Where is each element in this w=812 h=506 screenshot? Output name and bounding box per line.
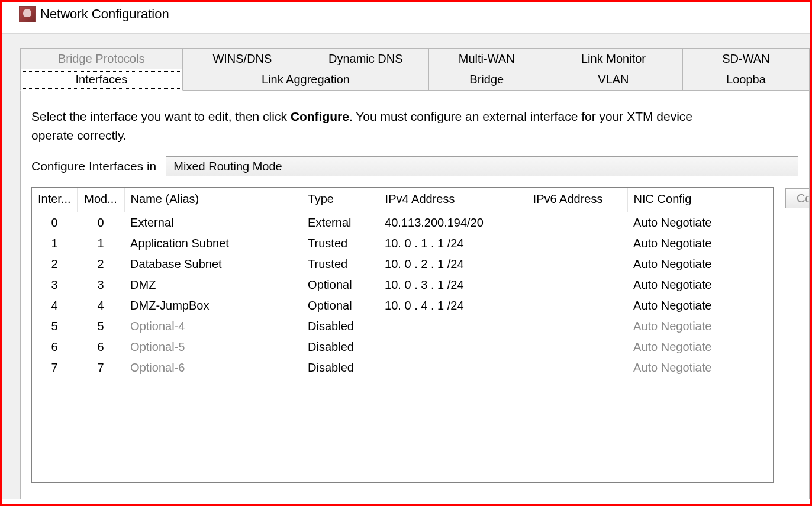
cell-text: 10. 0 . 1 . 1 /24 <box>385 237 463 250</box>
tab-multi-wan[interactable]: Multi-WAN <box>429 48 544 69</box>
window-frame: Network Configuration Bridge ProtocolsWI… <box>0 0 812 506</box>
table-row[interactable]: 33DMZOptional10. 0 . 3 . 1 /24Auto Negot… <box>32 275 773 295</box>
tab-label: WINS/DNS <box>212 52 272 65</box>
tab-bridge-protocols[interactable]: Bridge Protocols <box>20 48 183 69</box>
table-row[interactable]: 66Optional-5DisabledAuto Negotiate <box>32 337 773 357</box>
cell-ipv6 <box>527 337 627 357</box>
cell-inter: 7 <box>32 357 77 378</box>
tab-label: Bridge Protocols <box>58 52 145 65</box>
cell-text: 0 <box>98 216 104 229</box>
cell-ipv4 <box>379 337 527 357</box>
cell-text: Optional <box>308 299 352 312</box>
col-header-interface[interactable]: Inter... <box>32 188 77 212</box>
cell-nic: Auto Negotiate <box>627 357 773 378</box>
tab-link-aggregation[interactable]: Link Aggregation <box>183 69 430 91</box>
tab-label: Multi-WAN <box>459 52 515 65</box>
instruction-part3: operate correctly. <box>31 128 127 142</box>
table-row[interactable]: 55Optional-4DisabledAuto Negotiate <box>32 316 773 337</box>
cell-text: 40.113.200.194/20 <box>385 216 484 229</box>
cell-type: Trusted <box>302 233 379 254</box>
table-row[interactable]: 22Database SubnetTrusted10. 0 . 2 . 1 /2… <box>32 254 773 275</box>
cell-text: Auto Negotiate <box>633 320 711 333</box>
cell-nic: Auto Negotiate <box>627 337 773 357</box>
cell-text: 6 <box>98 340 104 353</box>
cell-ipv6 <box>527 316 627 337</box>
interfaces-table: Inter... Mod... Name (Alias) Type IPv4 A… <box>32 188 773 378</box>
instruction-bold: Configure <box>291 109 349 123</box>
cell-name: DMZ <box>124 275 302 295</box>
cell-mod: 3 <box>77 275 124 295</box>
cell-text: 0 <box>51 216 57 229</box>
cell-text: 4 <box>98 299 104 312</box>
cell-text: Auto Negotiate <box>633 361 711 374</box>
tab-dynamic-dns[interactable]: Dynamic DNS <box>302 48 429 69</box>
configure-button[interactable]: Conf <box>785 188 810 208</box>
cell-type: Optional <box>302 295 379 316</box>
cell-text: 7 <box>51 361 57 374</box>
tab-sd-wan[interactable]: SD-WAN <box>683 48 810 69</box>
cell-text: Optional-5 <box>130 340 185 353</box>
table-row[interactable]: 77Optional-6DisabledAuto Negotiate <box>32 357 773 378</box>
table-row[interactable]: 00ExternalExternal40.113.200.194/20Auto … <box>32 212 773 234</box>
cell-text: 10. 0 . 2 . 1 /24 <box>385 257 463 270</box>
cell-name: Optional-4 <box>124 316 302 337</box>
col-header-nic[interactable]: NIC Config <box>627 188 773 212</box>
cell-inter: 2 <box>32 254 77 275</box>
cell-nic: Auto Negotiate <box>627 275 773 295</box>
tab-label: Link Monitor <box>581 52 646 65</box>
cell-mod: 6 <box>77 337 124 357</box>
cell-text: External <box>308 216 351 229</box>
cell-mod: 5 <box>77 316 124 337</box>
cell-text: Database Subnet <box>130 257 222 270</box>
cell-ipv4: 10. 0 . 1 . 1 /24 <box>379 233 527 254</box>
cell-text: Trusted <box>308 237 347 250</box>
col-header-module[interactable]: Mod... <box>77 188 124 212</box>
col-header-ipv6[interactable]: IPv6 Address <box>527 188 627 212</box>
cell-name: Application Subnet <box>124 233 302 254</box>
cell-text: Trusted <box>308 257 347 270</box>
tab-label: Dynamic DNS <box>328 52 403 65</box>
tab-interfaces[interactable]: Interfaces <box>20 69 183 91</box>
cell-text: 4 <box>51 299 57 312</box>
tab-wins-dns[interactable]: WINS/DNS <box>183 48 303 69</box>
col-header-name[interactable]: Name (Alias) <box>124 188 302 212</box>
configure-button-label: Conf <box>797 192 810 205</box>
tab-vlan[interactable]: VLAN <box>544 69 683 91</box>
table-row[interactable]: 44DMZ-JumpBoxOptional10. 0 . 4 . 1 /24Au… <box>32 295 773 316</box>
mode-select-value: Mixed Routing Mode <box>173 160 282 173</box>
table-header-row: Inter... Mod... Name (Alias) Type IPv4 A… <box>32 188 773 212</box>
cell-nic: Auto Negotiate <box>627 233 773 254</box>
cell-ipv6 <box>527 212 627 234</box>
tab-link-monitor[interactable]: Link Monitor <box>544 48 683 69</box>
cell-name: Optional-5 <box>124 337 302 357</box>
tab-label: Loopba <box>726 73 766 86</box>
mode-select[interactable]: Mixed Routing Mode <box>166 156 798 176</box>
cell-ipv4: 40.113.200.194/20 <box>379 212 527 234</box>
cell-mod: 2 <box>77 254 124 275</box>
cell-ipv4: 10. 0 . 3 . 1 /24 <box>379 275 527 295</box>
cell-text: 10. 0 . 4 . 1 /24 <box>385 299 463 312</box>
cell-ipv6 <box>527 295 627 316</box>
cell-text: 3 <box>98 278 104 291</box>
cell-nic: Auto Negotiate <box>627 254 773 275</box>
table-row[interactable]: 11Application SubnetTrusted10. 0 . 1 . 1… <box>32 233 773 254</box>
cell-ipv6 <box>527 233 627 254</box>
cell-text: 1 <box>51 237 57 250</box>
cell-mod: 4 <box>77 295 124 316</box>
cell-mod: 0 <box>77 212 124 234</box>
cell-type: Disabled <box>302 337 379 357</box>
tab-loopba[interactable]: Loopba <box>683 69 810 91</box>
cell-inter: 1 <box>32 233 77 254</box>
cell-text: 10. 0 . 3 . 1 /24 <box>385 278 463 291</box>
cell-ipv4: 10. 0 . 4 . 1 /24 <box>379 295 527 316</box>
cell-type: Optional <box>302 275 379 295</box>
cell-inter: 5 <box>32 316 77 337</box>
window-title: Network Configuration <box>40 7 169 22</box>
tab-bridge[interactable]: Bridge <box>429 69 544 91</box>
cell-text: Auto Negotiate <box>633 257 711 270</box>
cell-text: DMZ-JumpBox <box>130 299 209 312</box>
col-header-ipv4[interactable]: IPv4 Address <box>379 188 527 212</box>
cell-nic: Auto Negotiate <box>627 295 773 316</box>
col-header-type[interactable]: Type <box>302 188 379 212</box>
cell-text: Auto Negotiate <box>633 299 711 312</box>
